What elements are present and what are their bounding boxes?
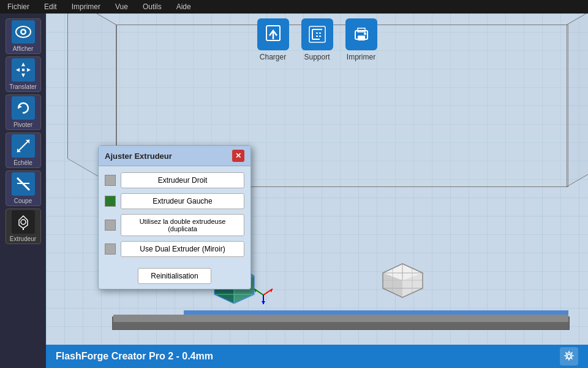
- dialog-title: Ajuster Extrudeur: [105, 151, 172, 161]
- menubar: Fichier Edit Imprimer Vue Outils Aide: [0, 0, 588, 13]
- svg-marker-57: [262, 301, 265, 304]
- dialog-header: Ajuster Extrudeur ✕: [99, 146, 251, 166]
- blue-stripe: [184, 310, 568, 315]
- main-area: Afficher Translater Pivot: [0, 13, 588, 368]
- extruder-gauche-row: Extrudeur Gauche: [105, 193, 244, 209]
- axes-indicator: [251, 283, 276, 310]
- svg-point-58: [567, 355, 571, 358]
- extruder-droit-color: [105, 175, 116, 186]
- svg-marker-3: [21, 63, 25, 66]
- rotate-icon: [12, 96, 35, 120]
- box-right-wall: [567, 13, 588, 187]
- imprimer-label: Imprimer: [347, 53, 375, 61]
- svg-rect-13: [17, 183, 29, 184]
- extruder-double-button[interactable]: Utilisez la double extrudeuse (duplicata: [121, 214, 244, 236]
- status-text: FlashForge Creator Pro 2 - 0.4mm: [56, 351, 213, 362]
- svg-marker-8: [18, 105, 22, 109]
- svg-point-2: [21, 31, 24, 34]
- sidebar: Afficher Translater Pivot: [0, 13, 46, 368]
- sidebar-btn-afficher[interactable]: Afficher: [6, 18, 41, 54]
- svg-point-14: [21, 220, 26, 224]
- svg-marker-6: [27, 68, 31, 72]
- dialog-footer: Reinitialisation: [99, 263, 251, 289]
- extruder-double-color: [105, 220, 116, 231]
- dialog-close-button[interactable]: ✕: [232, 150, 244, 162]
- charger-icon: [257, 18, 289, 50]
- svg-point-28: [364, 33, 366, 35]
- menu-outils[interactable]: Outils: [140, 1, 164, 12]
- svg-rect-19: [309, 26, 325, 42]
- sidebar-label-coupe: Coupe: [14, 197, 32, 204]
- extruder-double-row: Utilisez la double extrudeuse (duplicata: [105, 214, 244, 236]
- menu-fichier[interactable]: Fichier: [5, 1, 32, 12]
- eye-icon: [12, 20, 35, 44]
- extruder-droit-button[interactable]: Extrudeur Droit: [121, 172, 244, 188]
- sidebar-label-pivoter: Pivoter: [13, 121, 32, 128]
- imprimer-button[interactable]: Imprimer: [345, 18, 377, 61]
- extruder-mirror-row: Use Dual Extruder (Miroir): [105, 241, 244, 257]
- sidebar-label-echele: Échèle: [13, 159, 32, 166]
- extruder-mirror-color: [105, 243, 116, 255]
- extruder-gauche-color: [105, 196, 116, 207]
- cut-icon: [12, 172, 35, 196]
- sidebar-label-extrudeur: Extrudeur: [10, 236, 36, 242]
- svg-marker-5: [16, 68, 20, 72]
- sidebar-btn-translater[interactable]: Translater: [6, 56, 41, 92]
- toolbar: Charger Support: [257, 18, 377, 61]
- scale-icon: [12, 134, 35, 158]
- extruder-mirror-button[interactable]: Use Dual Extruder (Miroir): [121, 241, 244, 257]
- extruder-gauche-button[interactable]: Extrudeur Gauche: [121, 193, 244, 209]
- 3d-object-white: [377, 261, 426, 304]
- viewport-3d[interactable]: Charger Support: [46, 13, 588, 368]
- svg-rect-26: [358, 36, 365, 40]
- imprimer-icon: [345, 18, 377, 50]
- sidebar-btn-pivoter[interactable]: Pivoter: [6, 94, 41, 130]
- menu-edit[interactable]: Edit: [42, 1, 59, 12]
- menu-imprimer[interactable]: Imprimer: [69, 1, 103, 12]
- menu-vue[interactable]: Vue: [113, 1, 130, 12]
- settings-icon[interactable]: [560, 347, 578, 366]
- sidebar-btn-echele[interactable]: Échèle: [6, 132, 41, 168]
- charger-button[interactable]: Charger: [257, 18, 289, 61]
- build-plate-top: [113, 315, 568, 322]
- sidebar-btn-extrudeur[interactable]: Extrudeur: [6, 209, 41, 244]
- extruder-icon: [12, 210, 35, 234]
- sidebar-label-translater: Translater: [9, 83, 37, 90]
- reinitialisation-button[interactable]: Reinitialisation: [138, 268, 211, 284]
- menu-aide[interactable]: Aide: [174, 1, 194, 12]
- charger-label: Charger: [260, 53, 286, 61]
- svg-marker-4: [21, 74, 25, 77]
- extruder-dialog: Ajuster Extrudeur ✕ Extrudeur Droit Extr…: [98, 145, 251, 289]
- support-button[interactable]: Support: [301, 18, 333, 61]
- sidebar-btn-coupe[interactable]: Coupe: [6, 171, 41, 206]
- support-label: Support: [304, 53, 330, 61]
- svg-rect-7: [22, 69, 24, 71]
- statusbar: FlashForge Creator Pro 2 - 0.4mm: [46, 345, 588, 368]
- sidebar-label-afficher: Afficher: [13, 45, 34, 52]
- extruder-droit-row: Extrudeur Droit: [105, 172, 244, 188]
- move-icon: [12, 58, 35, 82]
- dialog-body: Extrudeur Droit Extrudeur Gauche Utilise…: [99, 166, 251, 263]
- support-icon: [301, 18, 333, 50]
